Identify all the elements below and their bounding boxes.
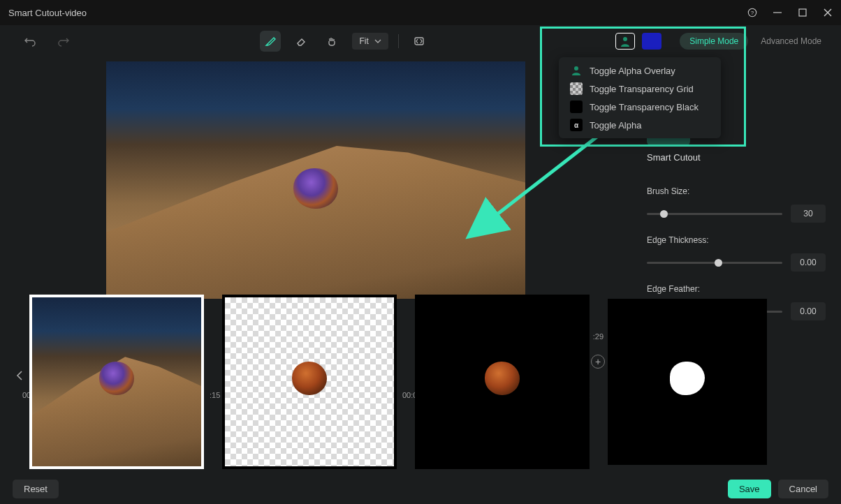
maximize-icon[interactable] <box>798 8 807 17</box>
zoom-select[interactable]: Fit <box>352 33 388 50</box>
redo-button[interactable] <box>53 31 74 52</box>
menu-label: Toggle Transparency Black <box>590 102 699 112</box>
pan-tool-button[interactable] <box>321 31 342 52</box>
person-icon <box>570 64 583 77</box>
overlay-swatch-blue[interactable] <box>642 33 661 50</box>
save-button[interactable]: Save <box>728 480 771 498</box>
preview-alpha[interactable] <box>608 299 767 465</box>
preview-gallery <box>29 295 767 469</box>
annotation-arrow <box>461 121 629 247</box>
cancel-button[interactable]: Cancel <box>778 480 828 498</box>
edge-thickness-slider[interactable] <box>647 262 782 264</box>
menu-label: Toggle Alpha Overlay <box>590 66 675 76</box>
window-title: Smart Cutout-video <box>8 8 87 18</box>
black-icon <box>570 101 583 113</box>
svg-rect-3 <box>799 9 806 16</box>
minimize-icon[interactable] <box>773 8 782 17</box>
sidebar-title: Smart Cutout <box>647 152 826 163</box>
menu-label: Toggle Transparency Grid <box>590 84 694 94</box>
edge-thickness-value[interactable]: 0.00 <box>791 253 826 272</box>
svg-text:?: ? <box>751 10 754 16</box>
preview-original[interactable] <box>29 295 204 469</box>
close-icon[interactable] <box>823 8 833 17</box>
undo-button[interactable] <box>20 31 41 52</box>
overlay-picker <box>615 33 661 50</box>
menu-toggle-grid[interactable]: Toggle Transparency Grid <box>559 80 721 98</box>
brush-label: Brush Size: <box>647 186 826 196</box>
edge-thickness-label: Edge Thickness: <box>647 235 826 245</box>
brush-value[interactable]: 30 <box>791 205 826 223</box>
toolbar: Fit Simple Mode Advanced Mode <box>0 25 841 57</box>
menu-toggle-alpha[interactable]: α Toggle Alpha <box>559 116 721 134</box>
brush-tool-button[interactable] <box>260 31 281 52</box>
svg-point-7 <box>623 37 627 41</box>
svg-line-10 <box>482 128 608 226</box>
titlebar: Smart Cutout-video ? <box>0 0 841 25</box>
preview-black[interactable] <box>415 295 590 469</box>
menu-label: Toggle Alpha <box>590 120 641 131</box>
reset-button[interactable]: Reset <box>13 480 59 498</box>
compare-button[interactable] <box>409 31 430 52</box>
mode-advanced[interactable]: Advanced Mode <box>761 36 821 46</box>
alpha-icon: α <box>570 119 583 131</box>
zoom-label: Fit <box>359 36 368 46</box>
overlay-swatch-person[interactable] <box>615 33 635 50</box>
mode-simple[interactable]: Simple Mode <box>680 33 748 50</box>
edge-feather-label: Edge Feather: <box>647 284 826 294</box>
overlay-dropdown: Toggle Alpha Overlay Toggle Transparency… <box>559 57 721 138</box>
menu-toggle-black[interactable]: Toggle Transparency Black <box>559 98 721 116</box>
preview-transparent-grid[interactable] <box>222 295 397 469</box>
eraser-tool-button[interactable] <box>291 31 312 52</box>
brush-slider[interactable] <box>647 213 782 215</box>
menu-toggle-alpha-overlay[interactable]: Toggle Alpha Overlay <box>559 61 721 80</box>
help-icon[interactable]: ? <box>747 8 757 17</box>
checker-icon <box>570 82 583 95</box>
prev-clip-button[interactable] <box>13 355 27 396</box>
svg-point-9 <box>574 66 578 71</box>
footer: Reset Save Cancel <box>0 473 841 504</box>
